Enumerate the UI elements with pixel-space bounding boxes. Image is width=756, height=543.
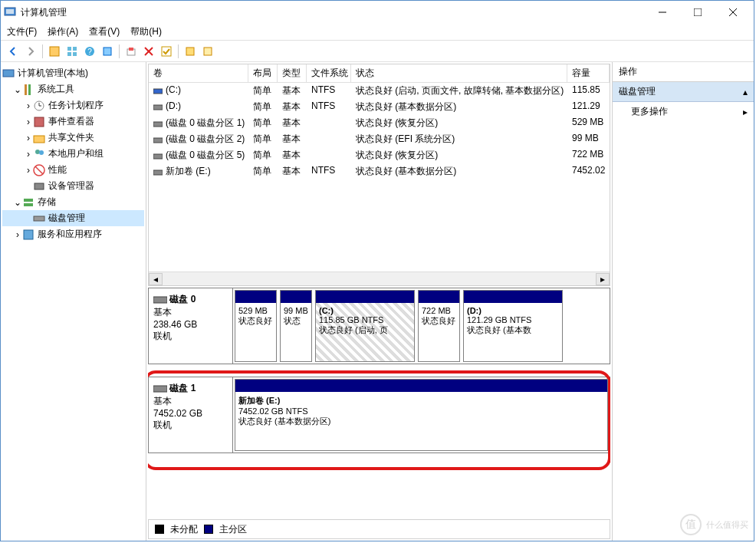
disk-1-row[interactable]: 磁盘 1 基本 7452.02 GB 联机 新加卷 (E:) 7452.02 G… [148, 377, 610, 453]
partition[interactable]: (D:)121.29 GB NTFS状态良好 (基本数 [463, 290, 563, 362]
expand-icon[interactable]: › [24, 165, 33, 176]
tree-services[interactable]: ›服务和应用程序 [2, 226, 144, 242]
collapse-icon[interactable]: ⌄ [13, 197, 22, 208]
svg-rect-8 [73, 47, 77, 51]
volume-row[interactable]: (磁盘 0 磁盘分区 5)简单基本状态良好 (恢复分区)722 MB [149, 147, 610, 163]
col-volume[interactable]: 卷 [149, 64, 248, 82]
minimize-button[interactable] [645, 1, 680, 24]
partition-e[interactable]: 新加卷 (E:) 7452.02 GB NTFS 状态良好 (基本数据分区) [235, 379, 608, 451]
window-title: 计算机管理 [21, 6, 645, 19]
col-type[interactable]: 类型 [278, 64, 307, 82]
disk-0-size: 238.46 GB [153, 319, 197, 330]
maximize-button[interactable] [680, 1, 715, 24]
forward-button[interactable] [23, 44, 38, 59]
tree-device-manager[interactable]: 设备管理器 [2, 178, 144, 194]
tree-label: 共享文件夹 [48, 131, 94, 144]
volume-row[interactable]: 新加卷 (E:)简单基本NTFS状态良好 (基本数据分区)7452.02 [149, 163, 610, 179]
back-button[interactable] [5, 44, 21, 59]
nav-tree[interactable]: 计算机管理(本地) ⌄系统工具 ›任务计划程序 ›事件查看器 ›共享文件夹 ›本… [1, 62, 146, 541]
disk-1-status: 联机 [153, 420, 172, 430]
legend-primary: 主分区 [219, 523, 247, 536]
close-button[interactable] [715, 1, 751, 24]
view-button[interactable] [64, 44, 80, 59]
svg-rect-20 [204, 48, 212, 55]
volume-row[interactable]: (磁盘 0 磁盘分区 1)简单基本状态良好 (恢复分区)529 MB [149, 115, 610, 131]
menu-file[interactable]: 文件(F) [7, 25, 37, 38]
volume-row[interactable]: (D:)简单基本NTFS状态良好 (基本数据分区)121.29 [149, 99, 610, 115]
col-fs[interactable]: 文件系统 [307, 64, 351, 82]
actions-more[interactable]: 更多操作 ▸ [613, 102, 754, 121]
tree-label: 性能 [48, 163, 67, 176]
disk-1-title: 磁盘 1 [169, 383, 196, 393]
new-button[interactable] [182, 44, 198, 59]
show-hide-tree-button[interactable] [47, 44, 62, 59]
tree-local-users[interactable]: ›本地用户和组 [2, 146, 144, 162]
tree-storage[interactable]: ⌄存储 [2, 194, 144, 210]
expand-icon[interactable]: › [24, 117, 33, 127]
volume-list: 卷 布局 类型 文件系统 状态 容量 (C:)简单基本NTFS状态良好 (启动,… [148, 64, 610, 286]
svg-rect-33 [35, 183, 44, 189]
disk-0-row[interactable]: 磁盘 0 基本 238.46 GB 联机 529 MB状态良好99 MB状态(C… [148, 288, 610, 364]
refresh-button[interactable] [123, 44, 139, 59]
expand-icon[interactable]: › [13, 229, 22, 240]
disk-1-size: 7452.02 GB [153, 408, 202, 419]
tree-disk-management[interactable]: 磁盘管理 [2, 210, 144, 226]
tree-task-scheduler[interactable]: ›任务计划程序 [2, 97, 144, 114]
watermark-text: 什么值得买 [706, 519, 748, 531]
tree-root[interactable]: 计算机管理(本地) [2, 65, 144, 81]
collapse-icon[interactable]: ⌄ [13, 84, 22, 95]
col-layout[interactable]: 布局 [248, 64, 278, 82]
expand-icon[interactable]: › [24, 149, 33, 160]
svg-text:?: ? [87, 48, 92, 56]
watermark-icon: 值 [680, 514, 702, 535]
tree-label: 磁盘管理 [48, 212, 85, 225]
tree-system-tools[interactable]: ⌄系统工具 [2, 81, 144, 97]
check-button[interactable] [159, 44, 174, 59]
settings-button[interactable] [200, 44, 215, 59]
tree-label: 服务和应用程序 [38, 228, 102, 241]
watermark: 值 什么值得买 [680, 514, 748, 535]
svg-rect-42 [153, 154, 163, 159]
volume-body[interactable]: (C:)简单基本NTFS状态良好 (启动, 页面文件, 故障转储, 基本数据分区… [149, 83, 610, 272]
tree-performance[interactable]: ›性能 [2, 162, 144, 178]
partition[interactable]: (C:)115.85 GB NTFS状态良好 (启动, 页 [315, 290, 415, 362]
partition[interactable]: 99 MB状态 [280, 290, 312, 362]
tree-label: 系统工具 [38, 83, 74, 96]
svg-rect-7 [67, 47, 71, 51]
tree-label: 存储 [38, 196, 56, 209]
help-button[interactable]: ? [82, 44, 97, 59]
expand-icon[interactable]: › [24, 133, 33, 143]
tree-label: 设备管理器 [48, 179, 94, 193]
col-status[interactable]: 状态 [351, 64, 567, 82]
collapse-icon: ▴ [743, 87, 748, 97]
delete-button[interactable] [141, 44, 156, 59]
menu-action[interactable]: 操作(A) [48, 25, 78, 38]
svg-rect-18 [162, 47, 171, 56]
action-button[interactable] [100, 44, 115, 59]
disk-0-partitions: 529 MB状态良好99 MB状态(C:)115.85 GB NTFS状态良好 … [233, 288, 610, 364]
expand-icon[interactable]: › [24, 100, 33, 111]
partition[interactable]: 722 MB状态良好 [418, 290, 460, 362]
disk-icon [153, 295, 167, 304]
volume-row[interactable]: (磁盘 0 磁盘分区 2)简单基本状态良好 (EFI 系统分区)99 MB [149, 131, 610, 147]
menu-view[interactable]: 查看(V) [89, 25, 120, 38]
legend-unallocated-icon [155, 525, 164, 534]
svg-rect-40 [153, 122, 163, 127]
volume-row[interactable]: (C:)简单基本NTFS状态良好 (启动, 页面文件, 故障转储, 基本数据分区… [149, 83, 610, 99]
svg-point-30 [39, 150, 44, 155]
scroll-right-icon[interactable]: ▸ [596, 273, 610, 285]
tree-shared-folders[interactable]: ›共享文件夹 [2, 130, 144, 146]
h-scrollbar[interactable]: ◂ ▸ [149, 272, 610, 285]
legend-primary-icon [204, 525, 213, 534]
tree-event-viewer[interactable]: ›事件查看器 [2, 114, 144, 130]
titlebar: 计算机管理 [1, 1, 754, 24]
app-icon [4, 6, 16, 18]
svg-rect-19 [186, 48, 194, 55]
actions-section[interactable]: 磁盘管理 ▴ [613, 82, 754, 102]
partition[interactable]: 529 MB状态良好 [235, 290, 277, 362]
menu-help[interactable]: 帮助(H) [130, 25, 162, 38]
svg-rect-41 [153, 138, 163, 143]
col-capacity[interactable]: 容量 [567, 64, 610, 82]
scroll-left-icon[interactable]: ◂ [149, 273, 163, 285]
tree-label: 任务计划程序 [48, 99, 104, 112]
